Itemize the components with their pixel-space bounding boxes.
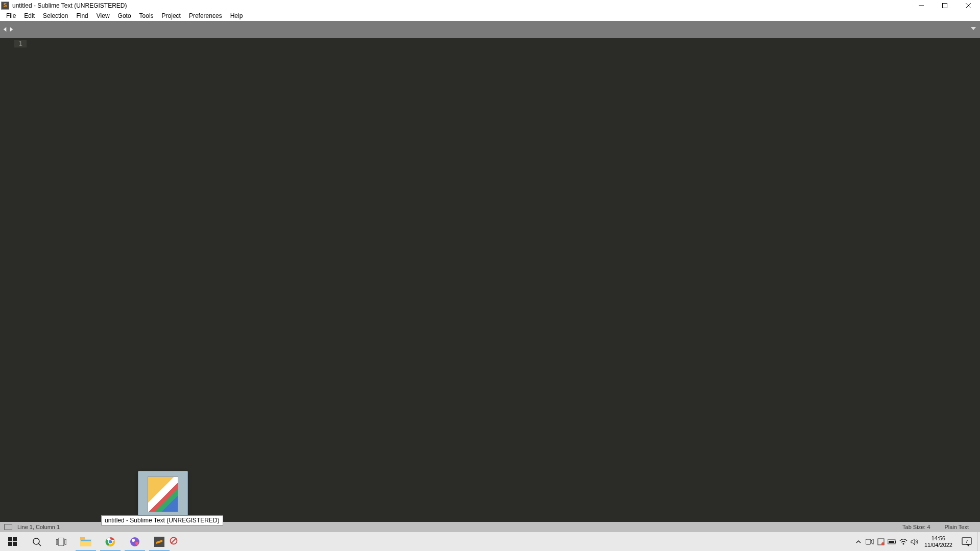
maximize-button[interactable] [933, 0, 957, 11]
line-number: 1 [14, 40, 27, 47]
svg-text:7: 7 [965, 539, 968, 544]
taskbar-app-purple[interactable] [123, 532, 147, 551]
svg-marker-4 [4, 27, 6, 32]
tab-bar [0, 21, 980, 38]
svg-point-23 [132, 539, 135, 542]
tray-volume-icon[interactable] [909, 532, 920, 551]
panel-switcher-icon[interactable] [4, 524, 12, 530]
svg-point-33 [902, 543, 904, 544]
svg-rect-9 [8, 542, 12, 546]
svg-marker-36 [967, 544, 969, 546]
svg-point-29 [881, 542, 885, 545]
status-left: Line 1, Column 1 [4, 524, 60, 530]
svg-rect-8 [13, 537, 17, 541]
menu-edit[interactable]: Edit [20, 11, 39, 20]
taskbar-file-explorer[interactable] [74, 532, 98, 551]
line-gutter: 1 [0, 38, 27, 522]
svg-rect-13 [56, 539, 58, 544]
svg-line-39 [172, 539, 176, 543]
tray-wifi-icon[interactable] [898, 532, 909, 551]
menu-find[interactable]: Find [72, 11, 92, 20]
menu-file[interactable]: File [2, 11, 20, 20]
minimap-scrollbar[interactable] [973, 38, 980, 522]
svg-point-21 [108, 540, 112, 544]
window-controls [910, 0, 980, 11]
notification-center-button[interactable]: 7 [957, 537, 977, 546]
svg-rect-15 [65, 539, 66, 544]
taskbar-date: 11/04/2022 [924, 542, 952, 548]
close-button[interactable] [957, 0, 980, 11]
taskbar-right: 14:56 11/04/2022 7 [853, 532, 980, 551]
menu-view[interactable]: View [92, 11, 114, 20]
tab-prev-icon[interactable] [3, 27, 8, 32]
menu-selection[interactable]: Selection [39, 11, 72, 20]
svg-point-22 [130, 537, 139, 546]
tab-next-icon[interactable] [9, 27, 13, 32]
menubar: File Edit Selection Find View Goto Tools… [0, 11, 980, 21]
taskbar-left [0, 532, 172, 551]
show-desktop-button[interactable] [977, 532, 980, 551]
menu-goto[interactable]: Goto [114, 11, 135, 20]
svg-rect-18 [81, 540, 91, 541]
tab-nav-arrows [3, 27, 13, 32]
task-view-button[interactable] [49, 532, 74, 551]
svg-rect-17 [80, 537, 85, 540]
window-title: untitled - Sublime Text (UNREGISTERED) [12, 2, 910, 9]
minimize-button[interactable] [910, 0, 933, 11]
start-button[interactable] [0, 532, 25, 551]
svg-marker-27 [871, 539, 873, 544]
windows-taskbar: 14:56 11/04/2022 7 [0, 532, 980, 551]
svg-rect-1 [943, 3, 947, 8]
svg-rect-31 [895, 541, 896, 543]
svg-rect-32 [889, 541, 894, 543]
svg-rect-10 [13, 542, 17, 546]
menu-preferences[interactable]: Preferences [185, 11, 226, 20]
no-drop-cursor-icon [170, 537, 178, 545]
taskbar-chrome[interactable] [98, 532, 123, 551]
svg-marker-5 [10, 27, 13, 32]
editor-area: 1 [0, 38, 980, 522]
tab-dropdown-icon[interactable] [971, 26, 976, 31]
svg-marker-34 [911, 539, 915, 545]
window-titlebar: S untitled - Sublime Text (UNREGISTERED) [0, 0, 980, 11]
menu-tools[interactable]: Tools [135, 11, 158, 20]
svg-rect-14 [59, 538, 64, 546]
thumbnail-image-icon [148, 476, 178, 512]
status-cursor-position[interactable]: Line 1, Column 1 [17, 524, 60, 530]
menu-help[interactable]: Help [226, 11, 247, 20]
search-button[interactable] [25, 532, 49, 551]
status-tab-size[interactable]: Tab Size: 4 [895, 524, 937, 530]
code-area[interactable] [27, 38, 973, 522]
taskbar-thumbnail-preview[interactable] [138, 471, 188, 522]
svg-rect-26 [866, 539, 871, 544]
app-icon-letter: S [4, 3, 7, 8]
thumbnail-tooltip: untitled - Sublime Text (UNREGISTERED) [101, 515, 223, 525]
status-syntax[interactable]: Plain Text [938, 524, 976, 530]
svg-point-24 [135, 542, 138, 545]
tray-chevron-up-icon[interactable] [853, 532, 864, 551]
taskbar-clock[interactable]: 14:56 11/04/2022 [920, 535, 957, 548]
svg-rect-7 [8, 537, 12, 541]
tray-update-icon[interactable] [875, 532, 887, 551]
app-icon: S [1, 2, 9, 10]
taskbar-sublime-text[interactable] [147, 532, 172, 551]
svg-rect-16 [80, 539, 91, 546]
tray-meet-now-icon[interactable] [864, 532, 875, 551]
svg-marker-6 [971, 27, 976, 30]
svg-line-12 [38, 543, 41, 546]
tray-battery-icon[interactable] [887, 532, 898, 551]
taskbar-time: 14:56 [931, 535, 946, 542]
menu-project[interactable]: Project [158, 11, 185, 20]
